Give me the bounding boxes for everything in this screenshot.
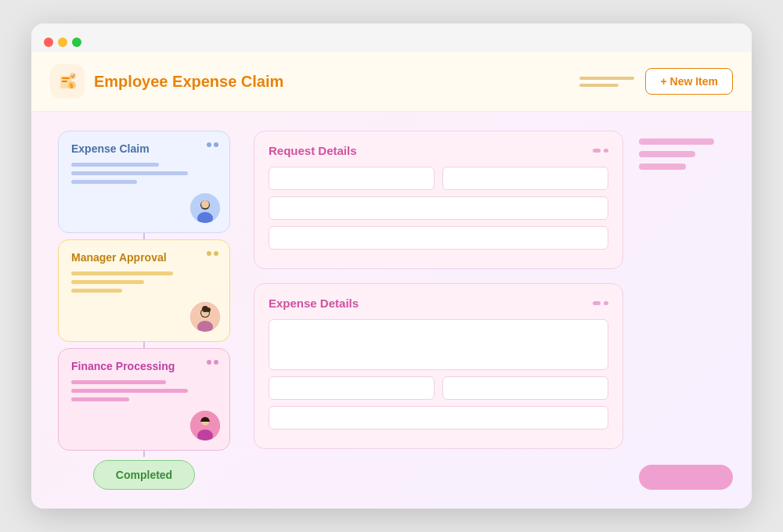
right-item-3 bbox=[639, 164, 686, 170]
card-dot bbox=[214, 142, 218, 147]
right-action-button[interactable] bbox=[639, 465, 733, 490]
detail-dot bbox=[604, 149, 608, 153]
request-details-dots bbox=[593, 149, 608, 153]
card-line bbox=[71, 271, 173, 275]
expense-textarea[interactable] bbox=[269, 319, 608, 370]
avatar-svg bbox=[190, 302, 220, 332]
finance-processing-dots bbox=[207, 360, 218, 365]
close-dot[interactable] bbox=[44, 38, 53, 47]
detail-dot bbox=[604, 301, 608, 305]
details-column: Request Details Expense Details bbox=[254, 131, 623, 490]
page-title: Employee Expense Claim bbox=[94, 73, 283, 91]
app-window: $ Employee Expense Claim + New Item Expe… bbox=[31, 23, 752, 509]
manager-approval-card[interactable]: Manager Approval bbox=[58, 239, 230, 342]
expense-claim-lines bbox=[71, 163, 217, 184]
flow-column: Expense Claim bbox=[50, 131, 238, 490]
expense-field-2[interactable] bbox=[442, 376, 608, 400]
expense-claim-card[interactable]: Expense Claim bbox=[58, 131, 230, 233]
manager-approval-avatar bbox=[190, 302, 220, 332]
avatar-svg bbox=[190, 193, 220, 223]
header: $ Employee Expense Claim + New Item bbox=[31, 52, 752, 112]
maximize-dot[interactable] bbox=[72, 38, 81, 47]
request-details-card: Request Details bbox=[254, 131, 623, 269]
header-decoration bbox=[579, 77, 634, 87]
connector-1 bbox=[143, 233, 145, 239]
card-line bbox=[71, 397, 129, 401]
app-icon: $ bbox=[50, 64, 85, 99]
header-right: + New Item bbox=[579, 68, 733, 95]
expense-icon: $ bbox=[57, 71, 78, 92]
request-field-3[interactable] bbox=[269, 196, 608, 220]
expense-details-card: Expense Details bbox=[254, 283, 623, 449]
finance-processing-title: Finance Processing bbox=[71, 360, 217, 372]
finance-processing-card[interactable]: Finance Processing bbox=[58, 348, 230, 451]
request-field-1[interactable] bbox=[269, 167, 435, 190]
right-item-1 bbox=[639, 138, 714, 145]
card-dot bbox=[214, 360, 218, 365]
expense-details-label: Expense Details bbox=[269, 297, 359, 310]
expense-details-title: Expense Details bbox=[269, 297, 608, 310]
svg-point-15 bbox=[206, 307, 211, 312]
request-form-row-1 bbox=[269, 167, 608, 190]
header-line-2 bbox=[579, 84, 619, 87]
completed-badge: Completed bbox=[93, 460, 195, 490]
header-line-1 bbox=[579, 77, 634, 80]
finance-processing-avatar bbox=[190, 411, 220, 440]
new-item-button[interactable]: + New Item bbox=[645, 68, 733, 95]
card-line bbox=[71, 180, 137, 184]
manager-approval-title: Manager Approval bbox=[71, 251, 217, 264]
right-panel bbox=[639, 131, 733, 490]
right-spacer bbox=[639, 302, 733, 458]
card-line bbox=[71, 280, 144, 284]
detail-dot bbox=[593, 301, 601, 305]
card-dot bbox=[207, 142, 211, 147]
card-dot bbox=[207, 251, 211, 256]
expense-form-row-1 bbox=[269, 376, 608, 400]
main-content: Expense Claim bbox=[31, 112, 752, 509]
header-left: $ Employee Expense Claim bbox=[50, 64, 283, 99]
manager-approval-dots bbox=[207, 251, 218, 256]
right-items bbox=[639, 138, 733, 294]
expense-field-3[interactable] bbox=[269, 406, 608, 430]
card-dot bbox=[214, 251, 218, 256]
connector-3 bbox=[143, 451, 145, 457]
connector-2 bbox=[143, 342, 145, 348]
svg-text:$: $ bbox=[70, 83, 74, 89]
request-field-4[interactable] bbox=[269, 226, 608, 250]
request-field-2[interactable] bbox=[442, 167, 608, 190]
avatar-svg bbox=[190, 411, 220, 440]
card-dot bbox=[207, 360, 211, 365]
detail-dot bbox=[593, 149, 601, 153]
title-bar bbox=[31, 23, 752, 52]
expense-claim-title: Expense Claim bbox=[71, 142, 217, 155]
expense-field-1[interactable] bbox=[269, 376, 435, 400]
card-line bbox=[71, 171, 188, 175]
request-details-title: Request Details bbox=[269, 144, 608, 157]
expense-details-dots bbox=[593, 301, 608, 305]
right-item-2 bbox=[639, 151, 695, 157]
minimize-dot[interactable] bbox=[58, 38, 67, 47]
card-line bbox=[71, 289, 122, 293]
expense-claim-avatar bbox=[190, 193, 220, 223]
card-line bbox=[71, 389, 188, 393]
card-line bbox=[71, 380, 166, 384]
svg-rect-1 bbox=[62, 77, 70, 79]
card-line bbox=[71, 163, 159, 167]
finance-processing-lines bbox=[71, 380, 217, 401]
manager-approval-lines bbox=[71, 271, 217, 293]
svg-rect-2 bbox=[62, 81, 67, 82]
request-details-label: Request Details bbox=[269, 144, 357, 157]
expense-claim-dots bbox=[207, 142, 218, 147]
